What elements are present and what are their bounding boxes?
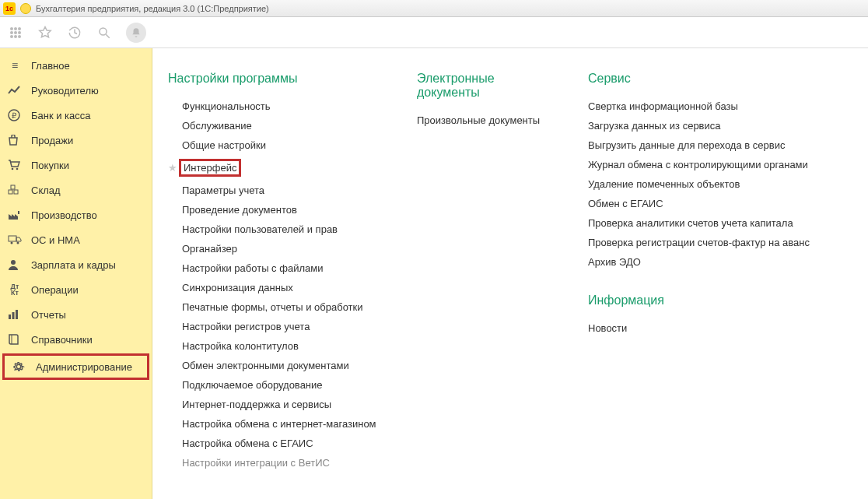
link-load-from-service[interactable]: Загрузка данных из сервиса: [588, 116, 852, 135]
svg-point-3: [10, 31, 13, 34]
section-service-title: Сервис: [588, 72, 852, 86]
cart-icon: [8, 160, 22, 170]
link-accounting-params[interactable]: Параметры учета: [168, 181, 386, 200]
svg-point-4: [14, 31, 17, 34]
svg-point-21: [11, 260, 16, 265]
notifications-bell-icon[interactable]: [126, 23, 146, 43]
sidebar-item-manager[interactable]: Руководителю: [0, 78, 152, 103]
sidebar-item-assets[interactable]: ОС и НМА: [0, 227, 152, 252]
sidebar-item-administration[interactable]: Администрирование: [2, 353, 149, 380]
section-settings-title: Настройки программы: [168, 72, 386, 86]
app-logo-1c-icon: 1c: [3, 2, 16, 15]
sidebar-item-sales[interactable]: Продажи: [0, 128, 152, 153]
link-news[interactable]: Новости: [588, 318, 852, 338]
sidebar-item-label: Операции: [31, 284, 79, 296]
link-arbitrary-docs[interactable]: Произвольные документы: [417, 111, 557, 130]
link-export-to-service[interactable]: Выгрузить данные для перехода в сервис: [588, 135, 852, 155]
link-register-settings[interactable]: Настройки регистров учета: [168, 317, 386, 336]
link-document-posting[interactable]: Проведение документов: [168, 200, 386, 220]
sidebar-item-purchases[interactable]: Покупки: [0, 153, 152, 177]
svg-point-14: [16, 168, 19, 170]
bag-icon: [8, 135, 22, 146]
star-icon: ★: [168, 162, 179, 174]
section-edocs-title: Электронные документы: [417, 72, 557, 100]
link-advance-invoices[interactable]: Проверка регистрации счетов-фактур на ав…: [588, 233, 852, 252]
link-general-settings[interactable]: Общие настройки: [168, 135, 386, 155]
svg-rect-15: [9, 190, 12, 194]
service-list: Свертка информационной базы Загрузка дан…: [588, 97, 852, 272]
sidebar-item-production[interactable]: Производство: [0, 202, 152, 227]
svg-point-5: [18, 31, 21, 34]
sidebar: ≡ Главное Руководителю ₽ Банк и касса Пр…: [0, 48, 152, 499]
sidebar-item-label: Справочники: [31, 334, 93, 346]
svg-point-0: [10, 27, 13, 30]
history-icon[interactable]: [67, 25, 82, 40]
ruble-icon: ₽: [8, 109, 22, 121]
sidebar-item-operations[interactable]: ДтКт Операции: [0, 277, 152, 302]
link-interface[interactable]: ★Интерфейс: [168, 155, 386, 181]
link-print-forms[interactable]: Печатные формы, отчеты и обработки: [168, 297, 386, 317]
svg-point-19: [11, 242, 13, 244]
link-file-settings[interactable]: Настройки работы с файлами: [168, 258, 386, 278]
top-toolbar: [0, 17, 868, 48]
dtkt-icon: ДтКт: [8, 283, 22, 296]
svg-point-8: [18, 35, 21, 38]
svg-point-2: [18, 27, 21, 30]
sidebar-item-warehouse[interactable]: Склад: [0, 177, 152, 202]
sidebar-item-reports[interactable]: Отчеты: [0, 302, 152, 327]
smiley-icon: [20, 3, 31, 14]
link-egais-exchange[interactable]: Настройка обмена с ЕГАИС: [168, 434, 386, 453]
window-title: Бухгалтерия предприятия, редакция 3.0 (1…: [36, 4, 269, 13]
sidebar-item-label: ОС и НМА: [31, 234, 80, 246]
link-exchange-journal[interactable]: Журнал обмена с контролирующими органами: [588, 155, 852, 174]
link-vetis-integration[interactable]: Настройки интеграции с ВетИС: [168, 453, 386, 473]
link-eshop-exchange[interactable]: Настройка обмена с интернет-магазином: [168, 414, 386, 434]
sidebar-item-label: Главное: [31, 60, 70, 72]
main-content: Настройки программы Функциональность Обс…: [152, 48, 868, 499]
sidebar-item-label: Руководителю: [31, 85, 99, 97]
apps-grid-icon[interactable]: [8, 25, 23, 40]
sidebar-item-label: Зарплата и кадры: [31, 259, 116, 271]
link-egais-exchange2[interactable]: Обмен с ЕГАИС: [588, 194, 852, 213]
gear-icon: [12, 360, 26, 373]
link-db-wrap[interactable]: Свертка информационной базы: [588, 97, 852, 116]
svg-rect-18: [9, 236, 16, 241]
edocs-list: Произвольные документы: [417, 111, 557, 130]
sidebar-item-label: Покупки: [31, 160, 69, 171]
svg-point-1: [14, 27, 17, 30]
svg-point-6: [10, 35, 13, 38]
sidebar-item-label: Администрирование: [36, 361, 132, 373]
link-users-rights[interactable]: Настройки пользователей и прав: [168, 220, 386, 239]
sidebar-item-main[interactable]: ≡ Главное: [0, 53, 152, 78]
link-headers-footers[interactable]: Настройка колонтитулов: [168, 336, 386, 356]
link-hardware[interactable]: Подключаемое оборудование: [168, 375, 386, 395]
link-edo-archive[interactable]: Архив ЭДО: [588, 252, 852, 272]
window-titlebar: 1c Бухгалтерия предприятия, редакция 3.0…: [0, 0, 868, 17]
search-icon[interactable]: [96, 25, 112, 40]
link-data-sync[interactable]: Синхронизация данных: [168, 278, 386, 297]
sidebar-item-label: Банк и касса: [31, 110, 91, 121]
sidebar-item-hr[interactable]: Зарплата и кадры: [0, 252, 152, 277]
favorite-star-icon[interactable]: [37, 25, 53, 40]
link-delete-marked[interactable]: Удаление помеченных объектов: [588, 174, 852, 194]
svg-point-9: [100, 28, 107, 35]
link-organizer[interactable]: Органайзер: [168, 239, 386, 258]
svg-point-20: [17, 242, 19, 244]
bars-icon: [8, 309, 22, 320]
person-icon: [8, 259, 22, 270]
svg-rect-24: [16, 310, 18, 319]
sidebar-item-directories[interactable]: Справочники: [0, 327, 152, 352]
sidebar-item-label: Производство: [31, 209, 97, 221]
link-maintenance[interactable]: Обслуживание: [168, 116, 386, 135]
boxes-icon: [8, 184, 22, 195]
link-edoc-exchange[interactable]: Обмен электронными документами: [168, 356, 386, 375]
truck-icon: [8, 235, 22, 244]
svg-point-7: [14, 35, 17, 38]
link-internet-support[interactable]: Интернет-поддержка и сервисы: [168, 395, 386, 414]
svg-rect-16: [14, 190, 18, 194]
link-capital-analytics[interactable]: Проверка аналитики счетов учета капитала: [588, 213, 852, 233]
svg-rect-23: [12, 312, 15, 319]
svg-rect-17: [11, 185, 15, 189]
link-functionality[interactable]: Функциональность: [168, 97, 386, 116]
sidebar-item-bank[interactable]: ₽ Банк и касса: [0, 103, 152, 128]
